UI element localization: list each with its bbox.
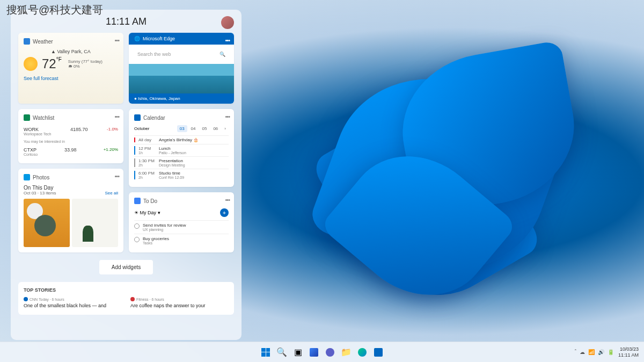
system-tray[interactable]: ˆ☁📶🔊🔋 xyxy=(575,349,614,355)
add-task-button[interactable]: + xyxy=(220,208,229,217)
explorer-button[interactable]: 📁 xyxy=(340,346,353,359)
taskbar-clock[interactable]: 10/03/2311:11 AM xyxy=(618,346,639,358)
chevron-up-icon: ˆ xyxy=(575,349,576,355)
weather-location: ▲ Valley Park, CA xyxy=(24,49,118,54)
more-icon[interactable]: ••• xyxy=(225,197,230,203)
checkbox[interactable] xyxy=(134,237,140,242)
search-icon: 🔍 xyxy=(219,52,225,57)
taskbar: 🔍 ▣ 📁 ˆ☁📶🔊🔋 10/03/2311:11 AM xyxy=(0,342,644,362)
stock-row[interactable]: CTXPContoso33.98+1.20% xyxy=(24,146,118,158)
photo-thumbnail[interactable] xyxy=(24,199,70,247)
wifi-icon: 📶 xyxy=(588,349,595,355)
store-button[interactable] xyxy=(372,346,385,359)
sun-icon xyxy=(24,57,38,71)
task-view-button[interactable]: ▣ xyxy=(291,346,304,359)
top-stories: TOP STORIES CNN Today · 6 hoursOne of th… xyxy=(18,282,234,315)
list-selector[interactable]: ☀ My Day ▾ xyxy=(134,210,160,215)
calendar-icon xyxy=(134,114,141,121)
more-icon[interactable]: ••• xyxy=(114,113,119,120)
user-avatar[interactable] xyxy=(221,16,234,29)
volume-icon: 🔊 xyxy=(598,349,604,355)
widgets-panel: 11:11 AM Weather ••• ▲ Valley Park, CA 7… xyxy=(11,10,241,340)
todo-icon xyxy=(134,198,141,204)
more-icon[interactable]: ••• xyxy=(114,37,119,44)
see-all-link[interactable]: See all xyxy=(105,191,118,196)
stock-row[interactable]: WORKWorkspace Tech4185.70-1.0% xyxy=(24,125,118,137)
story-card[interactable]: CNN Today · 6 hoursOne of the smallest b… xyxy=(24,297,122,309)
more-icon[interactable]: ••• xyxy=(225,113,230,120)
edge-icon: 🌐 xyxy=(134,36,140,41)
search-input[interactable]: Search the web🔍 xyxy=(133,49,230,60)
calendar-event[interactable]: 6:00 PM2hStudio timeConf Rm 12.09 xyxy=(134,169,229,181)
day-tab[interactable]: 03 xyxy=(177,125,187,132)
chat-button[interactable] xyxy=(324,346,336,359)
widgets-button[interactable] xyxy=(308,346,320,359)
edge-button[interactable] xyxy=(356,346,369,359)
calendar-event[interactable]: All dayAngela's Birthday 🎂 xyxy=(134,135,229,144)
image-caption: ● Ishia, Okinawa, Japan xyxy=(129,93,234,104)
more-icon[interactable]: ••• xyxy=(114,173,119,179)
weather-icon xyxy=(24,38,30,45)
stocks-icon xyxy=(24,114,30,121)
edge-widget[interactable]: 🌐Microsoft Edge••• Search the web🔍 ● Ish… xyxy=(129,33,234,104)
checkbox[interactable] xyxy=(134,223,140,229)
calendar-event[interactable]: 12 PM1hLunchPatio - Jefferson xyxy=(134,144,229,156)
todo-item[interactable]: Send invites for reviewUX planning xyxy=(134,220,229,234)
onedrive-icon: ☁ xyxy=(580,349,585,355)
todo-item[interactable]: Buy groceriesTasks xyxy=(134,234,229,247)
search-button[interactable]: 🔍 xyxy=(275,346,288,359)
photos-icon xyxy=(24,174,30,180)
battery-icon: 🔋 xyxy=(608,349,614,355)
bing-image xyxy=(129,64,234,93)
start-button[interactable] xyxy=(259,346,272,359)
add-widgets-button[interactable]: Add widgets xyxy=(99,260,153,274)
calendar-event[interactable]: 1:30 PM2hPresentationDesign Meeting xyxy=(134,156,229,169)
stocks-widget[interactable]: Watchlist ••• WORKWorkspace Tech4185.70-… xyxy=(18,109,123,163)
calendar-widget[interactable]: Calendar ••• October03040506› All dayAng… xyxy=(129,109,234,187)
panel-clock: 11:11 AM xyxy=(106,16,147,27)
temperature: 72 xyxy=(42,56,56,71)
forecast-link[interactable]: See full forecast xyxy=(24,76,118,81)
todo-widget[interactable]: To Do ••• ☀ My Day ▾+ Send invites for r… xyxy=(129,192,234,252)
weather-widget[interactable]: Weather ••• ▲ Valley Park, CA 72°F Sunny… xyxy=(18,33,123,104)
photos-widget[interactable]: Photos ••• On This Day Oct 03 · 13 items… xyxy=(18,169,123,252)
watermark-text: 搜狐号@科技犬建哥 xyxy=(6,3,103,17)
photo-thumbnail[interactable] xyxy=(72,199,118,247)
story-card[interactable]: Fitness · 6 hoursAre coffee naps the ans… xyxy=(130,297,229,309)
